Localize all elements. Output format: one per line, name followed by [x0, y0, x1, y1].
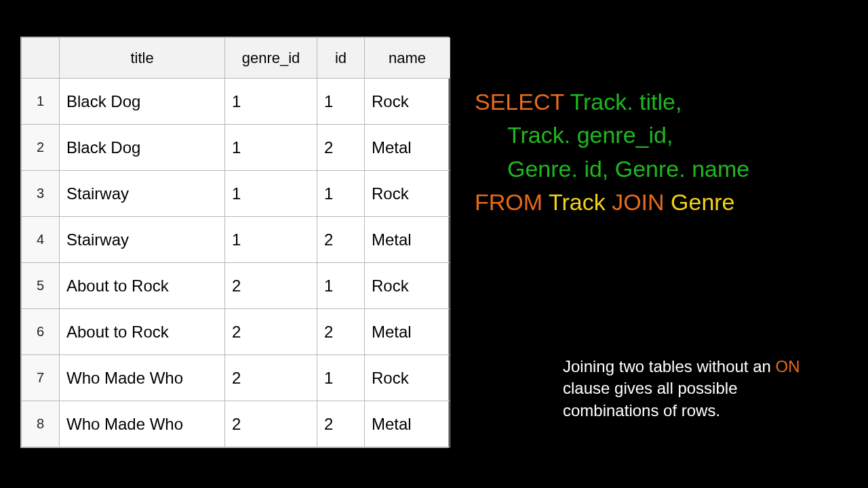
sql-column-1: Track. title,	[564, 89, 682, 115]
cell-title: About to Rock	[60, 263, 225, 309]
cell-title: Who Made Who	[60, 401, 225, 447]
cell-id: 2	[317, 125, 365, 171]
table-body: 1 Black Dog 1 1 Rock 2 Black Dog 1 2 Met…	[22, 79, 450, 447]
explanation-note: Joining two tables without an ON clause …	[563, 356, 834, 422]
cell-name: Rock	[365, 171, 450, 217]
cell-name: Metal	[365, 125, 450, 171]
sql-line-2: Track. genre_id,	[475, 119, 749, 152]
cell-title: Black Dog	[60, 79, 225, 125]
table-row: 3 Stairway 1 1 Rock	[22, 171, 450, 217]
cell-id: 2	[317, 217, 365, 263]
row-number: 6	[22, 309, 60, 355]
sql-column-3: Genre. id, Genre. name	[475, 152, 749, 186]
cell-name: Metal	[365, 401, 450, 447]
col-header-name: name	[365, 38, 450, 79]
sql-column-2: Track. genre_id,	[475, 119, 673, 152]
cell-name: Metal	[365, 309, 450, 355]
cell-title: Stairway	[60, 217, 225, 263]
table-row: 2 Black Dog 1 2 Metal	[22, 125, 450, 171]
cell-genre-id: 2	[225, 309, 317, 355]
table-row: 6 About to Rock 2 2 Metal	[22, 309, 450, 355]
row-number: 5	[22, 263, 60, 309]
cell-id: 1	[317, 263, 365, 309]
table-row: 5 About to Rock 2 1 Rock	[22, 263, 450, 309]
result-table: title genre_id id name 1 Black Dog 1 1 R…	[20, 37, 449, 448]
cell-name: Metal	[365, 217, 450, 263]
cell-title: Stairway	[60, 171, 225, 217]
sql-line-3: Genre. id, Genre. name	[475, 152, 749, 186]
cell-title: About to Rock	[60, 309, 225, 355]
sql-table-2: Genre	[665, 189, 735, 215]
cell-genre-id: 1	[225, 171, 317, 217]
sql-line-1: SELECT Track. title,	[475, 85, 749, 119]
row-number: 8	[22, 401, 60, 447]
col-header-title: title	[60, 38, 225, 79]
note-text-1: Joining two tables without an	[563, 357, 776, 375]
data-table: title genre_id id name 1 Black Dog 1 1 R…	[21, 37, 450, 447]
table-row: 1 Black Dog 1 1 Rock	[22, 79, 450, 125]
row-number: 4	[22, 217, 60, 263]
sql-keyword-join: JOIN	[612, 189, 664, 215]
cell-title: Who Made Who	[60, 355, 225, 401]
cell-genre-id: 2	[225, 401, 317, 447]
cell-name: Rock	[365, 263, 450, 309]
sql-keyword-select: SELECT	[475, 89, 564, 115]
cell-title: Black Dog	[60, 125, 225, 171]
row-number: 2	[22, 125, 60, 171]
slide: title genre_id id name 1 Black Dog 1 1 R…	[0, 0, 868, 488]
cell-genre-id: 1	[225, 217, 317, 263]
table-row: 7 Who Made Who 2 1 Rock	[22, 355, 450, 401]
cell-id: 1	[317, 355, 365, 401]
row-number: 3	[22, 171, 60, 217]
cell-id: 1	[317, 171, 365, 217]
sql-query: SELECT Track. title, Track. genre_id, Ge…	[475, 85, 749, 219]
cell-id: 1	[317, 79, 365, 125]
cell-id: 2	[317, 309, 365, 355]
col-header-id: id	[317, 38, 365, 79]
row-number: 1	[22, 79, 60, 125]
row-number: 7	[22, 355, 60, 401]
cell-genre-id: 1	[225, 79, 317, 125]
note-text-2: clause gives all possible combinations o…	[563, 379, 737, 419]
cell-name: Rock	[365, 355, 450, 401]
cell-genre-id: 1	[225, 125, 317, 171]
cell-genre-id: 2	[225, 263, 317, 309]
table-corner	[22, 38, 60, 79]
cell-genre-id: 2	[225, 355, 317, 401]
sql-line-4: FROM Track JOIN Genre	[475, 186, 749, 219]
table-row: 4 Stairway 1 2 Metal	[22, 217, 450, 263]
note-on-keyword: ON	[776, 357, 800, 375]
table-row: 8 Who Made Who 2 2 Metal	[22, 401, 450, 447]
col-header-genre-id: genre_id	[225, 38, 317, 79]
cell-name: Rock	[365, 79, 450, 125]
sql-keyword-from: FROM	[475, 189, 542, 215]
sql-table-1: Track	[542, 189, 612, 215]
cell-id: 2	[317, 401, 365, 447]
table-header-row: title genre_id id name	[22, 38, 450, 79]
